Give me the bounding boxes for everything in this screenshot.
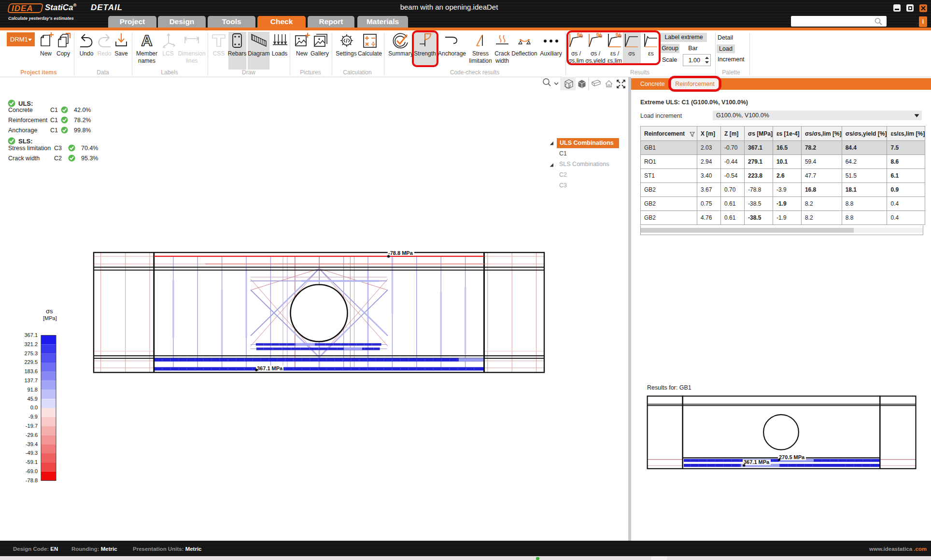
svg-text:275.3: 275.3 xyxy=(24,350,38,356)
svg-text:0.0: 0.0 xyxy=(30,405,38,410)
svg-text:A: A xyxy=(141,32,152,49)
svg-text:367.1 MPa: 367.1 MPa xyxy=(257,365,283,371)
svg-text:-78.8: -78.8 xyxy=(26,477,38,483)
svg-text:91.8: 91.8 xyxy=(28,387,38,392)
svg-text:45.9: 45.9 xyxy=(28,396,38,402)
svg-text:229.5: 229.5 xyxy=(24,359,38,365)
svg-text:270.5 MPa: 270.5 MPa xyxy=(779,454,805,460)
svg-text:-69.0: -69.0 xyxy=(26,468,38,474)
svg-text:-78.8 MPa: -78.8 MPa xyxy=(388,250,413,256)
svg-text:-59.1: -59.1 xyxy=(26,459,38,465)
svg-text:-29.6: -29.6 xyxy=(26,432,38,438)
svg-text:367.1 MPa: 367.1 MPa xyxy=(744,459,770,465)
svg-text:-19.7: -19.7 xyxy=(26,423,38,429)
svg-text:-9.9: -9.9 xyxy=(28,414,38,420)
svg-text:-39.4: -39.4 xyxy=(26,441,38,447)
svg-text:367.1: 367.1 xyxy=(24,332,38,338)
svg-text:183.6: 183.6 xyxy=(24,368,38,374)
svg-text:137.7: 137.7 xyxy=(24,378,38,383)
svg-text:321.2: 321.2 xyxy=(24,341,38,347)
svg-text:-49.3: -49.3 xyxy=(26,450,38,456)
